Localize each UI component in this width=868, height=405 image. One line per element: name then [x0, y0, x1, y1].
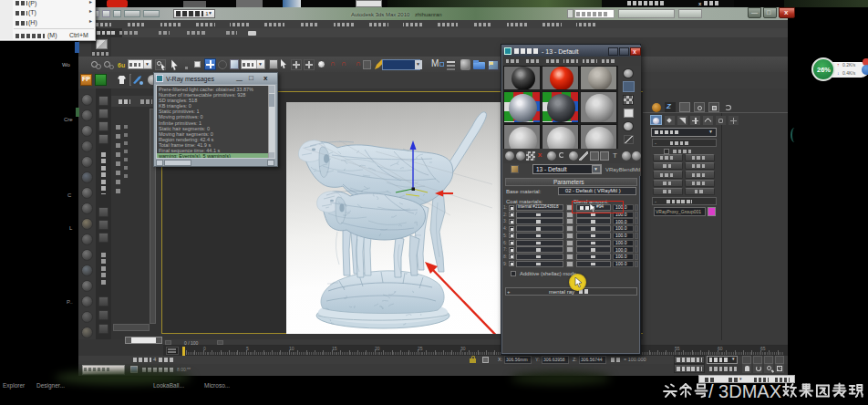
svg-text:/ 3DMAX: / 3DMAX — [708, 381, 781, 401]
